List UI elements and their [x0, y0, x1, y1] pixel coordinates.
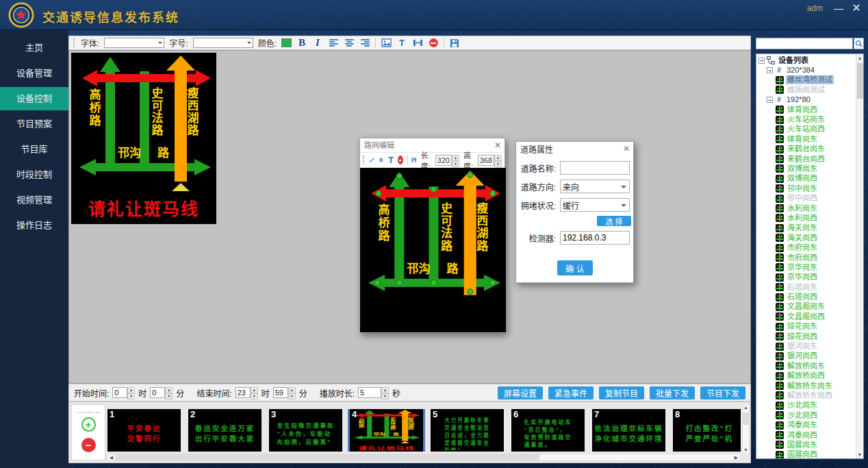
down-arrow-icon[interactable]: ▼: [494, 161, 502, 167]
device-tree-root[interactable]: 设备列表: [756, 56, 855, 65]
device-tree-item[interactable]: 体育岗东: [756, 134, 855, 144]
spinner-arrows[interactable]: ▲▼: [251, 387, 258, 398]
sidebar-item[interactable]: 视频管理: [0, 188, 68, 212]
up-arrow-icon[interactable]: ▲: [127, 387, 135, 393]
down-arrow-icon[interactable]: ▼: [288, 393, 296, 399]
device-tree-item[interactable]: 市府岗西: [756, 253, 855, 262]
device-tree-item[interactable]: 琼花岗西: [756, 332, 855, 341]
delete-element-button[interactable]: [428, 38, 439, 49]
spinner-arrows[interactable]: ▲▼: [127, 387, 135, 398]
insert-image-button[interactable]: [381, 38, 392, 49]
up-arrow-icon[interactable]: ▲: [288, 387, 296, 393]
editor-canvas[interactable]: 高桥路 史可法路 瘦西湖路 邗沟 路: [360, 168, 505, 332]
horizontal-scrollbar[interactable]: ◀ ▶: [107, 454, 741, 461]
remove-program-button[interactable]: −: [81, 438, 96, 452]
delete-tool-icon[interactable]: [398, 156, 403, 164]
down-arrow-icon[interactable]: ▼: [452, 161, 459, 167]
device-tree-item[interactable]: 双博岗东: [756, 164, 855, 173]
scroll-down-icon[interactable]: ▼: [743, 447, 748, 454]
toolbar-grip[interactable]: [73, 38, 76, 47]
device-tree-item[interactable]: 鸿泰岗东: [756, 420, 855, 430]
schedule-action-button[interactable]: 批量下发: [650, 386, 695, 399]
schedule-action-button[interactable]: 屏幕设置: [498, 386, 543, 399]
toolbar-grip[interactable]: [363, 156, 365, 164]
tree-scrollbar[interactable]: ▲ ▼: [856, 54, 863, 458]
scrollbar-thumb[interactable]: [115, 454, 539, 460]
end-minute-value[interactable]: 59: [273, 387, 288, 398]
dialog-titlebar[interactable]: 路网编辑 ✕: [360, 138, 505, 152]
sidebar-item[interactable]: 时段控制: [0, 163, 68, 186]
device-tree-item[interactable]: 解放桥东岗西: [756, 391, 855, 400]
sidebar-item[interactable]: 设备控制: [0, 87, 68, 110]
road-direction-select[interactable]: 来向: [560, 180, 630, 193]
device-tree-item[interactable]: 维扬岗测试: [756, 85, 855, 95]
device-tree-item[interactable]: 鸿泰岗西: [756, 430, 855, 440]
device-tree-item[interactable]: 解放桥岗西: [756, 371, 855, 381]
add-node-icon[interactable]: [379, 156, 384, 164]
spinner-arrows[interactable]: ▲▼: [494, 155, 502, 166]
device-tree-item[interactable]: 沙北岗西: [756, 410, 855, 420]
up-arrow-icon[interactable]: ▲: [251, 387, 258, 393]
program-preview[interactable]: 高桥路 史可法路 瘦西湖路 邗沟 路 请礼让斑马线: [71, 53, 216, 224]
spinner-arrows[interactable]: ▲▼: [381, 387, 389, 398]
device-tree-group[interactable]: # 192*80: [756, 95, 855, 105]
start-hour-spinner[interactable]: 0 ▲▼: [112, 387, 135, 398]
device-search-input[interactable]: [756, 38, 853, 49]
start-minute-spinner[interactable]: 0 ▲▼: [150, 387, 173, 398]
vertical-scrollbar[interactable]: ▲ ▼: [742, 404, 750, 454]
start-hour-value[interactable]: 0: [112, 387, 127, 398]
end-minute-spinner[interactable]: 59 ▲▼: [273, 387, 296, 398]
device-tree-item[interactable]: 京华岗东: [756, 262, 855, 272]
sidebar-item[interactable]: 节目预案: [0, 112, 68, 136]
spinner-arrows[interactable]: ▲▼: [165, 387, 173, 398]
close-button[interactable]: ✕: [849, 1, 864, 15]
device-tree-item[interactable]: 京华岗西: [756, 273, 855, 282]
program-thumbnail[interactable]: 4 高桥路 史可法路 瘦西湖路 邗沟 路 请礼让斑马线: [350, 409, 423, 452]
program-thumbnail[interactable]: 3 发生轻微交通事故 “人未伤，车能动 先拍照，后撤离”: [269, 409, 342, 452]
program-thumbnail[interactable]: 1 平安春运 交警同行: [107, 409, 181, 452]
collapse-icon[interactable]: [758, 58, 765, 64]
height-value[interactable]: 368: [478, 155, 494, 166]
road-name-input[interactable]: [560, 161, 630, 175]
device-tree-item[interactable]: 沙北岗东: [756, 401, 855, 410]
device-tree-item[interactable]: 石塔岗西: [756, 292, 855, 301]
down-arrow-icon[interactable]: ▼: [251, 393, 258, 399]
device-tree-item[interactable]: 海关岗西: [756, 233, 855, 243]
save-button[interactable]: [449, 38, 460, 49]
device-tree-item[interactable]: 来鹤台岗东: [756, 145, 855, 154]
device-tree-item[interactable]: 体育岗西: [756, 105, 855, 114]
scrollbar-thumb[interactable]: [743, 412, 749, 425]
program-thumbnail[interactable]: 8 打击整改“灯 严查严处“机: [673, 409, 741, 452]
program-thumbnail[interactable]: 6 扎实开展电动车 “百日整治”， 有效预防道路交 通事故。: [511, 409, 585, 452]
sidebar-item[interactable]: 设备管理: [0, 62, 68, 85]
device-tree-item[interactable]: 解放桥岗东: [756, 361, 855, 371]
text-tool-icon[interactable]: T: [388, 155, 394, 165]
schedule-action-button[interactable]: 复制节目: [599, 386, 644, 399]
select-detector-button[interactable]: 选 择: [597, 216, 631, 226]
device-tree-item[interactable]: 文昌阁岗东: [756, 302, 855, 312]
device-tree-item[interactable]: 石塔岗东: [756, 282, 855, 292]
device-tree-item[interactable]: 银河岗东: [756, 341, 855, 351]
dialog-titlebar[interactable]: 道路属性 ✕: [516, 142, 633, 156]
end-hour-value[interactable]: 23: [235, 387, 251, 398]
design-canvas[interactable]: 高桥路 史可法路 瘦西湖路 邗沟 路 请礼让斑马线 路网编辑 ✕ T: [68, 50, 751, 384]
confirm-button[interactable]: 确 认: [557, 260, 593, 275]
detector-input[interactable]: [560, 231, 630, 245]
color-swatch[interactable]: [281, 38, 292, 47]
length-spinner[interactable]: 320 ▲▼: [435, 155, 459, 166]
bold-button[interactable]: B: [296, 38, 307, 49]
spinner-arrows[interactable]: ▲▼: [452, 155, 459, 166]
program-thumbnail[interactable]: 7 依法治理非标车辆 净化城市交通环境: [592, 409, 665, 452]
up-arrow-icon[interactable]: ▲: [381, 387, 389, 393]
collapse-icon[interactable]: [767, 67, 773, 73]
add-program-button[interactable]: +: [81, 417, 96, 432]
up-arrow-icon[interactable]: ▲: [494, 155, 502, 161]
device-tree-item[interactable]: 解放桥东岗东: [756, 381, 855, 391]
sidebar-item[interactable]: 主页: [0, 36, 68, 60]
program-thumbnail[interactable]: 2 春运安全连万家 出行平安靠大家: [188, 409, 261, 452]
road-network-diagram-editable[interactable]: 高桥路 史可法路 瘦西湖路 邗沟 路: [360, 168, 506, 332]
sidebar-item[interactable]: 操作日志: [0, 214, 68, 237]
device-tree-item[interactable]: 邗中岗东: [756, 184, 855, 193]
program-thumbnail[interactable]: 5 大力开展秋冬季 交通安全整治百 日会战，全力稳 定道路交通安全 形势！: [431, 409, 504, 452]
start-minute-value[interactable]: 0: [150, 387, 165, 398]
